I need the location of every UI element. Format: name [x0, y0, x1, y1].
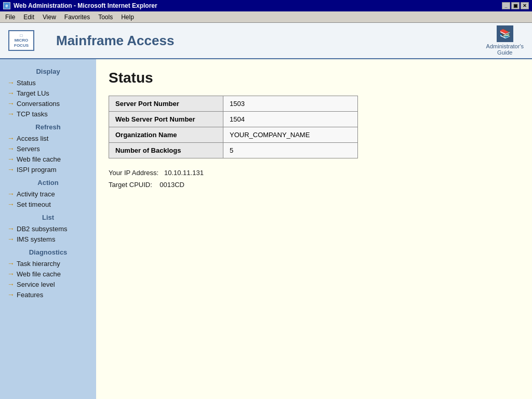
- menu-tools[interactable]: Tools: [94, 12, 117, 22]
- logo-line2: FOCUS: [14, 43, 29, 48]
- section-title-diagnostics: Diagnostics: [0, 244, 96, 258]
- sidebar-item-servers[interactable]: → Servers: [0, 143, 96, 154]
- menu-favorites[interactable]: Favorites: [60, 12, 94, 22]
- section-title-action: Action: [0, 175, 96, 189]
- table-row: Organization Name YOUR_COMPANY_NAME: [109, 127, 358, 143]
- sidebar-label-conversations: Conversations: [17, 100, 60, 108]
- logo-icon: □: [20, 33, 23, 38]
- arrow-icon: →: [7, 280, 15, 288]
- page-title: Status: [109, 70, 520, 86]
- sidebar-item-db2-subsystems[interactable]: → DB2 subsystems: [0, 223, 96, 234]
- guide-label: Administrator'sGuide: [486, 43, 524, 56]
- arrow-icon: →: [7, 235, 15, 243]
- row-label-web-server-port: Web Server Port Number: [109, 112, 223, 127]
- logo-area: □ MICRO FOCUS Mainframe Access: [8, 30, 174, 51]
- cpuid-label: Target CPUID:: [109, 181, 152, 189]
- sidebar-item-tcp-tasks[interactable]: → TCP tasks: [0, 109, 96, 119]
- arrow-icon: →: [7, 290, 15, 299]
- arrow-icon: →: [7, 200, 15, 208]
- ip-address-label: Your IP Address:: [109, 169, 158, 177]
- sidebar-label-target-lus: Target LUs: [17, 89, 49, 97]
- sidebar-item-set-timeout[interactable]: → Set timeout: [0, 199, 96, 209]
- row-label-org-name: Organization Name: [109, 127, 223, 143]
- window-controls[interactable]: _ ▣ ✕: [502, 2, 529, 9]
- sidebar-item-ispi-program[interactable]: → ISPI program: [0, 164, 96, 175]
- sidebar-label-web-file-cache-refresh: Web file cache: [17, 155, 61, 163]
- ip-address-line: Your IP Address: 10.10.11.131: [109, 167, 520, 179]
- cpuid-value: 0013CD: [159, 181, 184, 189]
- sidebar-item-target-lus[interactable]: → Target LUs: [0, 88, 96, 98]
- sidebar-item-web-file-cache-refresh[interactable]: → Web file cache: [0, 154, 96, 164]
- sidebar-label-ims-systems: IMS systems: [17, 235, 55, 243]
- cpuid-line: Target CPUID: 0013CD: [109, 179, 520, 191]
- guide-icon: 📚: [497, 25, 513, 42]
- sidebar-label-servers: Servers: [17, 145, 40, 153]
- ip-address-value: 10.10.11.131: [164, 169, 204, 177]
- sidebar-label-service-level: Service level: [17, 281, 55, 288]
- table-row: Server Port Number 1503: [109, 96, 358, 112]
- arrow-icon: →: [7, 259, 15, 268]
- sidebar-item-conversations[interactable]: → Conversations: [0, 98, 96, 109]
- row-value-web-server-port: 1504: [223, 112, 358, 127]
- maximize-button[interactable]: ▣: [511, 2, 520, 9]
- app-title: Mainframe Access: [56, 33, 174, 49]
- menu-edit[interactable]: Edit: [19, 12, 38, 22]
- main-content: Status Server Port Number 1503 Web Serve…: [96, 59, 532, 399]
- arrow-icon: →: [7, 89, 15, 97]
- sidebar: Display → Status → Target LUs → Conversa…: [0, 59, 96, 399]
- table-row: Web Server Port Number 1504: [109, 112, 358, 127]
- table-row: Number of Backlogs 5: [109, 143, 358, 158]
- sidebar-label-features: Features: [17, 291, 43, 299]
- section-title-refresh: Refresh: [0, 119, 96, 133]
- logo-line1: MICRO: [15, 38, 29, 43]
- header: □ MICRO FOCUS Mainframe Access 📚 Adminis…: [0, 23, 532, 59]
- menu-view[interactable]: View: [38, 12, 60, 22]
- sidebar-item-activity-trace[interactable]: → Activity trace: [0, 189, 96, 199]
- sidebar-label-access-list: Access list: [17, 135, 48, 142]
- menu-bar: File Edit View Favorites Tools Help: [0, 11, 532, 23]
- title-bar: e Web Administration - Microsoft Interne…: [0, 0, 532, 11]
- arrow-icon: →: [7, 99, 15, 108]
- logo-box: □ MICRO FOCUS: [8, 30, 34, 51]
- arrow-icon: →: [7, 190, 15, 198]
- sidebar-label-db2-subsystems: DB2 subsystems: [17, 225, 68, 233]
- status-table: Server Port Number 1503 Web Server Port …: [109, 96, 358, 158]
- sidebar-label-set-timeout: Set timeout: [17, 201, 51, 208]
- sidebar-item-web-file-cache-diag[interactable]: → Web file cache: [0, 269, 96, 279]
- sidebar-item-status[interactable]: → Status: [0, 77, 96, 88]
- sidebar-item-ims-systems[interactable]: → IMS systems: [0, 234, 96, 244]
- app-icon: e: [3, 2, 10, 9]
- arrow-icon: →: [7, 110, 15, 118]
- row-label-server-port: Server Port Number: [109, 96, 223, 112]
- arrow-icon: →: [7, 270, 15, 278]
- info-text-area: Your IP Address: 10.10.11.131 Target CPU…: [109, 167, 520, 191]
- menu-help[interactable]: Help: [117, 12, 138, 22]
- arrow-icon: →: [7, 144, 15, 153]
- close-button[interactable]: ✕: [521, 2, 529, 9]
- row-value-server-port: 1503: [223, 96, 358, 112]
- arrow-icon: →: [7, 224, 15, 233]
- sidebar-label-status: Status: [17, 79, 36, 87]
- app-container: □ MICRO FOCUS Mainframe Access 📚 Adminis…: [0, 23, 532, 399]
- sidebar-item-service-level[interactable]: → Service level: [0, 279, 96, 289]
- sidebar-label-ispi-program: ISPI program: [17, 166, 57, 174]
- menu-file[interactable]: File: [1, 12, 19, 22]
- row-value-backlogs: 5: [223, 143, 358, 158]
- sidebar-label-activity-trace: Activity trace: [17, 190, 55, 198]
- window-title: Web Administration - Microsoft Internet …: [14, 2, 157, 9]
- section-title-display: Display: [0, 63, 96, 77]
- sidebar-label-tcp-tasks: TCP tasks: [17, 110, 48, 118]
- sidebar-item-task-hierarchy[interactable]: → Task hierarchy: [0, 258, 96, 269]
- sidebar-item-access-list[interactable]: → Access list: [0, 133, 96, 143]
- body-layout: Display → Status → Target LUs → Conversa…: [0, 59, 532, 399]
- arrow-icon: →: [7, 165, 15, 174]
- arrow-icon: →: [7, 134, 15, 142]
- admin-guide-button[interactable]: 📚 Administrator'sGuide: [486, 25, 524, 56]
- sidebar-label-task-hierarchy: Task hierarchy: [17, 260, 60, 268]
- sidebar-label-web-file-cache-diag: Web file cache: [17, 270, 61, 278]
- minimize-button[interactable]: _: [502, 2, 510, 9]
- sidebar-item-features[interactable]: → Features: [0, 289, 96, 300]
- section-title-list: List: [0, 209, 96, 223]
- row-label-backlogs: Number of Backlogs: [109, 143, 223, 158]
- arrow-icon: →: [7, 78, 15, 87]
